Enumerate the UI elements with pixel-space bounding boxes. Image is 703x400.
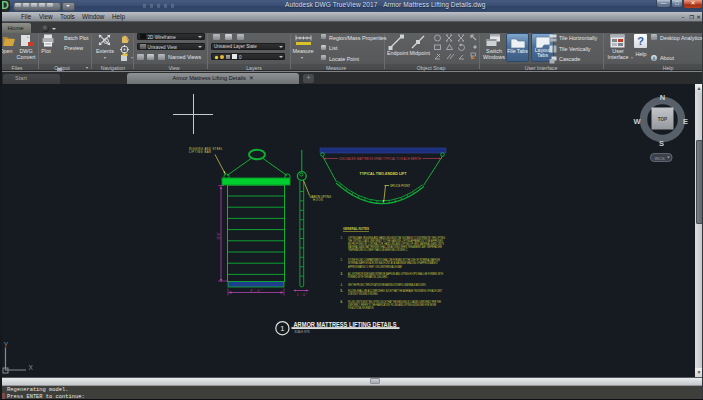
svg-text:TEMPERATURE IS LOWER THAN 0 DE: TEMPERATURE IS LOWER THAN 0 DEGREES BELO… <box>348 248 408 252</box>
svg-text:UNLOADED MATTRESS SPAN TYPICAL: UNLOADED MATTRESS SPAN TYPICAL TO EACH B… <box>339 157 421 161</box>
svg-text:W: W <box>633 117 641 126</box>
svg-text:N: N <box>660 93 665 102</box>
svg-text:E: E <box>683 117 688 126</box>
svg-text:1: 1 <box>280 324 284 333</box>
svg-text:TYPICAL TWO-ENDED LIFT: TYPICAL TWO-ENDED LIFT <box>360 172 408 176</box>
svg-text:WCS: WCS <box>654 156 664 161</box>
svg-text:S: S <box>659 139 664 148</box>
svg-text:FOR ADDITIONAL INFORMATION.: FOR ADDITIONAL INFORMATION. <box>348 306 374 310</box>
svg-text:RIGGING AND STEEL: RIGGING AND STEEL <box>189 147 223 151</box>
svg-text:LIFTING BAR: LIFTING BAR <box>189 150 211 154</box>
svg-text:SCALE: NTS: SCALE: NTS <box>295 330 311 334</box>
svg-text:X: X <box>29 364 34 371</box>
svg-text:2.: 2. <box>341 258 343 262</box>
svg-text:TOP: TOP <box>658 117 667 122</box>
svg-text:DOES NOT EXCEED 9 INCHES.: DOES NOT EXCEED 9 INCHES. <box>348 292 378 296</box>
svg-text:Y: Y <box>4 341 9 348</box>
svg-text:FORMED WITH TENSAR SX-1500 GRI: FORMED WITH TENSAR SX-1500 GRID. <box>348 275 388 279</box>
svg-text:SPLICE POINT: SPLICE POINT <box>390 184 410 188</box>
svg-text:3.: 3. <box>341 272 343 276</box>
svg-text:12'-0": 12'-0" <box>217 232 221 240</box>
svg-text:APPROXIMATELY 4 FEET ON CENTER: APPROXIMATELY 4 FEET ON CENTERS EACH WAY <box>348 265 402 269</box>
svg-text:8'-0": 8'-0" <box>251 289 262 293</box>
svg-text:1'-6": 1'-6" <box>297 293 307 297</box>
svg-text:GABION LIFTING: GABION LIFTING <box>310 195 332 199</box>
svg-text:6.: 6. <box>341 300 343 304</box>
svg-text:5.: 5. <box>341 289 343 293</box>
svg-text:HOOK: HOOK <box>313 198 323 202</box>
svg-text:SEE THE PROJECT SPECIFICATIONS: SEE THE PROJECT SPECIFICATIONS REGARDING… <box>348 283 426 287</box>
svg-text:1.: 1. <box>341 236 343 240</box>
svg-text:ARMOR MATTRESS LIFTING DETAILS: ARMOR MATTRESS LIFTING DETAILS <box>294 321 398 328</box>
svg-text:4.: 4. <box>341 283 343 287</box>
svg-text:GENERAL NOTES: GENERAL NOTES <box>343 227 370 231</box>
